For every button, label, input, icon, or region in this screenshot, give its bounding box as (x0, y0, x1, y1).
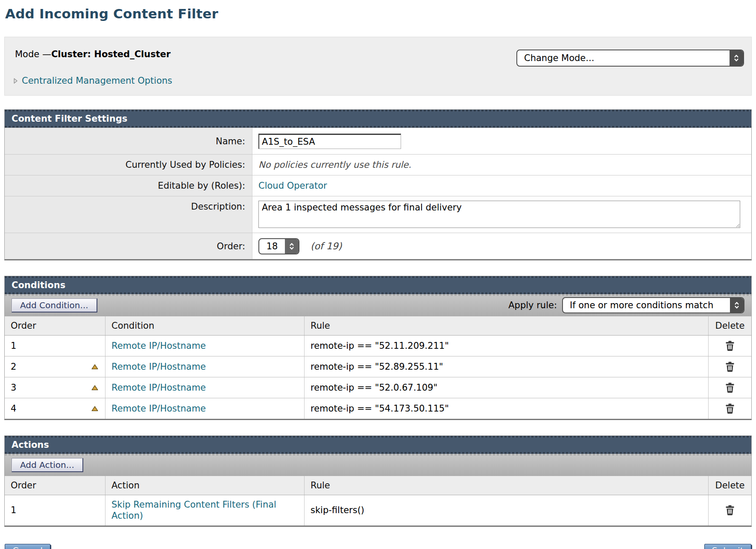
page: Add Incoming Content Filter Mode —Cluste… (0, 0, 756, 549)
apply-rule-selected-value: If one or more conditions match (563, 298, 730, 312)
row-order-number: 4 (11, 403, 16, 414)
condition-row: 4Remote IP/Hostnameremote-ip == "54.173.… (5, 398, 751, 419)
condition-link[interactable]: Remote IP/Hostname (111, 341, 206, 351)
action-link[interactable]: Skip Remaining Content Filters (Final Ac… (111, 499, 291, 522)
delete-button[interactable] (724, 361, 735, 373)
name-row: Name: (5, 128, 751, 154)
condition-cell: Remote IP/Hostname (105, 336, 305, 356)
trash-icon (725, 341, 735, 351)
actions-section: Actions Add Action... Order Action Rule … (4, 435, 752, 527)
rule-cell: skip-filters() (305, 495, 709, 526)
condition-cell: Remote IP/Hostname (105, 398, 305, 419)
name-label: Name: (5, 128, 252, 154)
delete-button[interactable] (724, 340, 735, 352)
condition-cell: Remote IP/Hostname (105, 356, 305, 377)
condition-link[interactable]: Remote IP/Hostname (111, 403, 206, 414)
centralized-management-options-link[interactable]: Centralized Management Options (22, 76, 172, 86)
policies-row: Currently Used by Policies: No policies … (5, 154, 751, 175)
trash-icon (725, 362, 735, 372)
order-value: 18 (259, 239, 285, 254)
condition-row: 1Remote IP/Hostnameremote-ip == "52.11.2… (5, 336, 751, 356)
order-of-note: (of 19) (311, 241, 342, 251)
conditions-rows: 1Remote IP/Hostnameremote-ip == "52.11.2… (5, 336, 751, 419)
change-mode-select[interactable]: Change Mode... (516, 50, 744, 67)
move-up-arrow-icon (91, 406, 98, 412)
page-title: Add Incoming Content Filter (5, 6, 752, 21)
conditions-section: Conditions Add Condition... Apply rule: … (4, 276, 752, 420)
conditions-section-title: Conditions (12, 280, 65, 290)
actions-rows: 1Skip Remaining Content Filters (Final A… (5, 495, 751, 526)
delete-button[interactable] (724, 403, 735, 415)
change-mode-selected-value: Change Mode... (517, 50, 730, 66)
condition-link[interactable]: Remote IP/Hostname (111, 362, 206, 372)
policies-label: Currently Used by Policies: (5, 155, 252, 175)
order-row: Order: 18 (of 19) (5, 233, 751, 259)
conditions-toolbar: Add Condition... Apply rule: If one or m… (5, 294, 751, 316)
cloud-operator-link[interactable]: Cloud Operator (258, 181, 327, 191)
order-cell: 1 (5, 336, 105, 356)
mode-line: Mode —Cluster: Hosted_Cluster (15, 49, 170, 59)
conditions-column-header: Order Condition Rule Delete (5, 316, 751, 336)
column-header-rule: Rule (305, 476, 709, 495)
row-order-number: 1 (11, 341, 16, 351)
move-up-button[interactable] (91, 405, 99, 412)
rule-cell: remote-ip == "54.173.50.115" (305, 398, 709, 419)
description-textarea[interactable]: Area 1 inspected messages for final deli… (258, 201, 740, 228)
condition-cell: Remote IP/Hostname (105, 377, 305, 398)
delete-button[interactable] (724, 382, 735, 394)
order-cell: 4 (5, 398, 105, 419)
actions-column-header: Order Action Rule Delete (5, 476, 751, 495)
delete-button[interactable] (724, 504, 735, 517)
updown-chevron-icon (730, 50, 743, 66)
condition-link[interactable]: Remote IP/Hostname (111, 383, 206, 393)
delete-cell (709, 336, 751, 356)
footer-bar: Cancel Submit (4, 544, 752, 549)
column-header-delete: Delete (709, 476, 751, 495)
centralized-management-row: Centralized Management Options (13, 76, 172, 86)
rule-cell: remote-ip == "52.11.209.211" (305, 336, 709, 356)
move-up-button[interactable] (91, 384, 99, 391)
condition-row: 2Remote IP/Hostnameremote-ip == "52.89.2… (5, 356, 751, 377)
actions-section-title: Actions (12, 440, 49, 450)
row-order-number: 2 (11, 362, 16, 372)
action-row: 1Skip Remaining Content Filters (Final A… (5, 495, 751, 526)
delete-cell (709, 377, 751, 398)
apply-rule-select[interactable]: If one or more conditions match (562, 297, 744, 313)
mode-value: Cluster: Hosted_Cluster (51, 49, 170, 59)
order-cell: 2 (5, 356, 105, 377)
move-up-button[interactable] (91, 363, 99, 371)
column-header-action: Action (105, 476, 305, 495)
column-header-order: Order (5, 476, 105, 495)
roles-row: Editable by (Roles): Cloud Operator (5, 175, 751, 196)
updown-chevron-icon (285, 239, 299, 254)
add-condition-button[interactable]: Add Condition... (12, 298, 97, 312)
description-row: Description: Area 1 inspected messages f… (5, 196, 751, 233)
row-order-number: 1 (11, 505, 16, 515)
content-filter-settings-section: Content Filter Settings Name: Currently … (4, 109, 752, 260)
actions-toolbar: Add Action... (5, 454, 751, 476)
submit-button[interactable]: Submit (704, 544, 752, 549)
order-spinner[interactable]: 18 (258, 238, 299, 254)
description-label: Description: (5, 196, 252, 233)
rule-cell: remote-ip == "52.0.67.109" (305, 377, 709, 398)
order-cell: 3 (5, 377, 105, 398)
actions-section-header: Actions (5, 436, 751, 454)
cancel-button[interactable]: Cancel (5, 544, 50, 549)
add-action-button[interactable]: Add Action... (12, 458, 83, 472)
roles-label: Editable by (Roles): (5, 175, 252, 196)
updown-chevron-icon (730, 298, 744, 312)
disclosure-triangle-icon[interactable] (13, 78, 18, 84)
apply-rule-group: Apply rule: If one or more conditions ma… (508, 297, 744, 313)
apply-rule-label: Apply rule: (508, 300, 557, 310)
column-header-rule: Rule (305, 316, 709, 335)
mode-label: Mode (15, 49, 42, 59)
column-header-order: Order (5, 316, 105, 335)
policies-value: No policies currently use this rule. (258, 160, 411, 170)
conditions-section-header: Conditions (5, 276, 751, 294)
name-input[interactable] (258, 134, 401, 149)
action-cell: Skip Remaining Content Filters (Final Ac… (105, 495, 305, 526)
trash-icon (725, 403, 735, 414)
trash-icon (725, 383, 735, 393)
order-cell: 1 (5, 495, 105, 526)
mode-panel: Mode —Cluster: Hosted_Cluster Change Mod… (4, 37, 752, 96)
